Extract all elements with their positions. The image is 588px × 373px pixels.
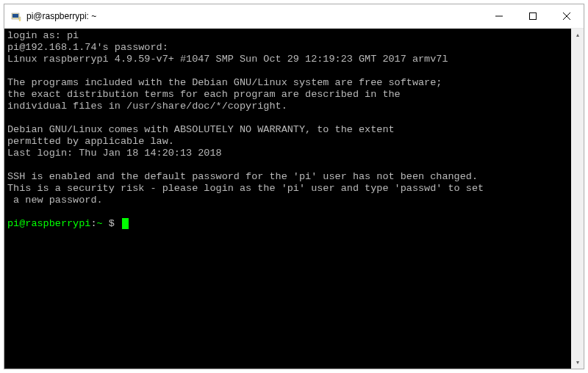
svg-rect-5 — [530, 13, 537, 20]
terminal-window: pi@raspberrypi: ~ login as: pi pi@192.16… — [4, 4, 584, 369]
window-controls — [482, 4, 584, 28]
maximize-button[interactable] — [516, 4, 550, 28]
titlebar[interactable]: pi@raspberrypi: ~ — [4, 4, 584, 29]
terminal-line: pi@192.168.1.74's password: — [7, 42, 168, 53]
prompt-user-host: pi@raspberrypi — [7, 218, 90, 229]
prompt-symbol: $ — [103, 218, 115, 229]
scroll-track[interactable] — [571, 41, 584, 356]
terminal-body[interactable]: login as: pi pi@192.168.1.74's password:… — [4, 29, 571, 369]
terminal-line: Debian GNU/Linux comes with ABSOLUTELY N… — [7, 124, 395, 135]
svg-point-3 — [19, 20, 21, 21]
prompt-path: ~ — [97, 218, 103, 229]
window-title: pi@raspberrypi: ~ — [26, 11, 482, 21]
minimize-button[interactable] — [482, 4, 516, 28]
terminal-line: a new password. — [7, 195, 103, 206]
terminal-line: Last login: Thu Jan 18 14:20:13 2018 — [7, 148, 222, 159]
terminal-cursor — [122, 218, 129, 229]
scroll-up-arrow-icon[interactable]: ▴ — [571, 29, 584, 41]
terminal-body-wrap: login as: pi pi@192.168.1.74's password:… — [4, 29, 584, 369]
terminal-line: login as: pi — [7, 30, 79, 41]
terminal-line: Linux raspberrypi 4.9.59-v7+ #1047 SMP S… — [7, 54, 448, 65]
putty-icon — [10, 10, 22, 22]
prompt-colon: : — [90, 218, 96, 229]
terminal-line: The programs included with the Debian GN… — [7, 77, 442, 88]
terminal-line: permitted by applicable law. — [7, 136, 174, 147]
close-button[interactable] — [550, 4, 584, 28]
scroll-down-arrow-icon[interactable]: ▾ — [571, 356, 584, 369]
terminal-line: the exact distribution terms for each pr… — [7, 89, 401, 100]
terminal-line: SSH is enabled and the default password … — [7, 171, 478, 182]
vertical-scrollbar[interactable]: ▴ ▾ — [571, 29, 584, 369]
terminal-line: individual files in /usr/share/doc/*/cop… — [7, 101, 287, 112]
terminal-line: This is a security risk - please login a… — [7, 183, 484, 194]
svg-rect-1 — [12, 14, 18, 18]
